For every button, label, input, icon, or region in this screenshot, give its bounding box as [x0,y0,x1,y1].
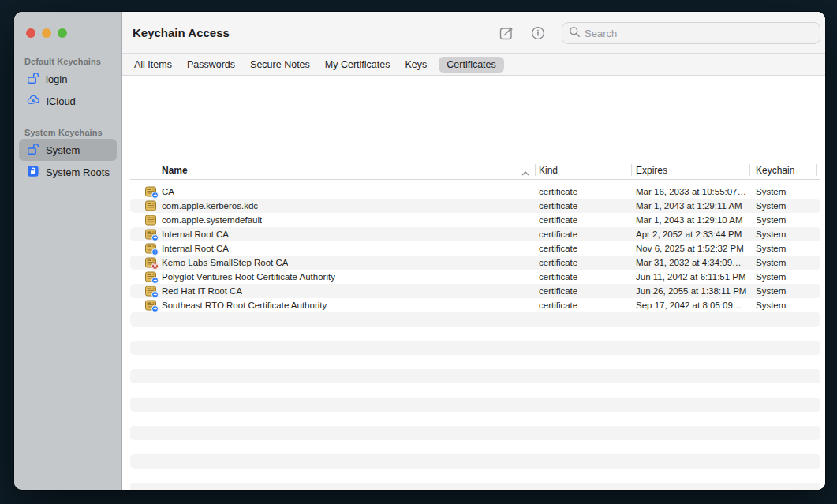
sidebar-item-label: System Roots [46,166,110,178]
certificate-badge: + [151,291,159,298]
search-icon [569,26,581,41]
sidebar-item-label: iCloud [47,95,76,107]
empty-row [130,454,820,469]
column-header-expires[interactable]: Expires [636,165,667,176]
minimize-window-button[interactable] [42,28,51,38]
edit-certificate-button[interactable] [499,25,514,41]
cell-name: Polyglot Ventures Root Certificate Autho… [162,270,335,284]
tab-keys[interactable]: Keys [405,59,427,70]
column-divider[interactable] [816,164,817,176]
column-divider[interactable] [535,164,536,176]
table-row[interactable]: + Polyglot Ventures Root Certificate Aut… [130,270,820,284]
empty-row [130,469,820,483]
table-row[interactable]: + Red Hat IT Root CA certificate Jun 26,… [130,284,820,298]
tab-secure-notes[interactable]: Secure Notes [250,59,310,70]
cell-keychain: System [756,270,786,284]
table-row[interactable]: com.apple.systemdefault certificate Mar … [130,213,820,227]
cell-name: Internal Root CA [162,241,229,256]
close-window-button[interactable] [26,28,35,38]
cell-keychain: System [756,227,786,241]
empty-row [130,383,820,398]
sidebar-section-default-keychains: Default Keychains [24,57,121,66]
tab-all-items[interactable]: All Items [134,59,172,70]
tab-passwords[interactable]: Passwords [187,59,235,70]
empty-row [130,369,820,383]
cell-expires: Nov 6, 2025 at 1:52:32 PM [636,241,752,256]
cell-expires: Jun 26, 2055 at 1:38:11 PM [636,284,752,298]
cell-expires: Mar 1, 2043 at 1:29:11 AM [636,199,752,213]
sidebar-item-login[interactable]: login [19,68,117,90]
sidebar-section-system-keychains: System Keychains [24,128,121,137]
table-row[interactable]: + Southeast RTO Root Certificate Authori… [130,298,820,312]
cell-name: com.apple.kerberos.kdc [162,199,258,213]
column-divider[interactable] [749,164,750,176]
sidebar-item-system-roots[interactable]: System Roots [19,161,117,183]
certificate-badge: + [151,192,159,199]
sidebar-item-label: login [46,73,67,85]
info-button[interactable] [530,25,546,41]
certificate-badge: + [151,305,159,312]
certificate-icon [145,215,156,226]
tab-my-certificates[interactable]: My Certificates [325,59,390,70]
cell-keychain: System [756,256,786,270]
column-divider[interactable] [631,164,632,176]
window-title: Keychain Access [133,26,230,39]
unlocked-padlock-icon [27,72,39,87]
locked-box-icon [27,165,39,180]
table-row[interactable]: + Internal Root CA certificate Nov 6, 20… [130,241,820,256]
cell-expires: Mar 16, 2033 at 10:55:07… [636,185,752,199]
cell-kind: certificate [539,199,577,213]
certificate-badge: + [151,234,159,241]
cell-keychain: System [756,213,786,227]
cell-name: com.apple.systemdefault [162,213,262,227]
empty-row [130,327,820,341]
certificate-icon [145,200,156,211]
cell-keychain: System [756,284,786,298]
certificate-icon: + [145,243,156,254]
table-row[interactable]: + Internal Root CA certificate Apr 2, 20… [130,227,820,241]
empty-row [130,312,820,327]
certificate-icon: + [145,186,156,197]
cell-expires: Mar 31, 2032 at 4:34:09… [636,256,752,270]
table-row[interactable]: com.apple.kerberos.kdc certificate Mar 1… [130,199,820,213]
certificate-icon: + [145,271,156,282]
icloud-icon [27,94,40,109]
certificates-list-pane: Name Kind Expires Keychain + CA [122,76,825,490]
zoom-window-button[interactable] [58,28,67,38]
table-row[interactable]: ✕ Kemo Labs SmallStep Root CA certificat… [130,256,820,270]
search-field[interactable] [562,22,820,44]
cell-expires: Mar 1, 2043 at 1:29:10 AM [636,213,752,227]
table-rows: + CA certificate Mar 16, 2033 at 10:55:0… [130,185,820,490]
certificate-badge: ✕ [151,263,159,270]
cell-kind: certificate [539,241,577,256]
cell-expires: Sep 17, 2042 at 8:05:09… [636,298,752,312]
tab-certificates[interactable]: Certificates [439,57,504,73]
column-header-keychain[interactable]: Keychain [756,165,794,176]
toolbar: Keychain Access [122,12,825,54]
cell-kind: certificate [539,298,577,312]
cell-kind: certificate [539,227,577,241]
cell-kind: certificate [539,270,577,284]
cell-expires: Jun 11, 2042 at 6:11:51 PM [636,270,752,284]
column-header-kind[interactable]: Kind [539,165,558,176]
cell-kind: certificate [539,256,577,270]
cell-keychain: System [756,298,786,312]
sidebar-item-icloud[interactable]: iCloud [19,90,117,112]
column-header-name[interactable]: Name [162,165,188,176]
empty-row [130,483,820,490]
search-input[interactable] [585,28,798,39]
sidebar-item-system[interactable]: System [19,139,117,161]
cell-name: Kemo Labs SmallStep Root CA [162,256,288,270]
traffic-lights [14,28,121,38]
empty-row [130,440,820,454]
cell-keychain: System [756,241,786,256]
empty-row [130,426,820,440]
table-row[interactable]: + CA certificate Mar 16, 2033 at 10:55:0… [130,185,820,199]
cell-keychain: System [756,185,786,199]
main-pane: Keychain Access [122,12,825,490]
empty-row [130,412,820,426]
table-header: Name Kind Expires Keychain [130,162,820,180]
empty-row [130,355,820,369]
sidebar-item-label: System [46,144,80,156]
empty-row [130,341,820,355]
